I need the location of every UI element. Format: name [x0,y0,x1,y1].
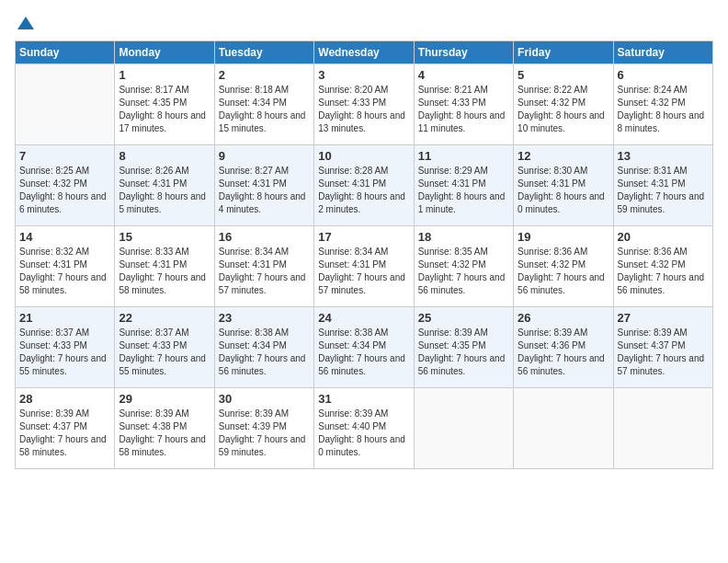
cell-sunset: Sunset: 4:37 PM [618,339,709,352]
cell-sunrise: Sunrise: 8:20 AM [318,84,409,97]
calendar-cell: 11Sunrise: 8:29 AMSunset: 4:31 PMDayligh… [414,145,513,226]
day-number: 27 [618,311,709,325]
cell-sunset: Sunset: 4:33 PM [318,97,409,109]
cell-daylight: Daylight: 7 hours and 56 minutes. [219,352,310,378]
cell-sunset: Sunset: 4:35 PM [418,339,509,352]
header-row: SundayMondayTuesdayWednesdayThursdayFrid… [16,41,713,64]
weekday-header: Thursday [414,41,513,64]
calendar-cell: 14Sunrise: 8:32 AMSunset: 4:31 PMDayligh… [16,226,115,307]
calendar-cell: 5Sunrise: 8:22 AMSunset: 4:32 PMDaylight… [514,64,613,145]
calendar-cell [613,388,712,469]
cell-daylight: Daylight: 7 hours and 58 minutes. [119,433,210,459]
calendar-cell: 18Sunrise: 8:35 AMSunset: 4:32 PMDayligh… [414,226,513,307]
cell-daylight: Daylight: 8 hours and 1 minute. [418,190,509,216]
cell-sunset: Sunset: 4:31 PM [119,259,210,271]
calendar-cell: 4Sunrise: 8:21 AMSunset: 4:33 PMDaylight… [414,64,513,145]
calendar-cell: 31Sunrise: 8:39 AMSunset: 4:40 PMDayligh… [314,388,414,469]
cell-sunrise: Sunrise: 8:37 AM [119,327,210,339]
cell-sunrise: Sunrise: 8:36 AM [518,246,609,259]
svg-marker-0 [17,17,34,29]
cell-daylight: Daylight: 8 hours and 17 minutes. [119,109,210,135]
day-number: 18 [418,230,509,244]
cell-daylight: Daylight: 8 hours and 2 minutes. [318,190,409,216]
cell-sunset: Sunset: 4:31 PM [119,178,210,190]
cell-daylight: Daylight: 7 hours and 56 minutes. [618,271,709,297]
cell-sunset: Sunset: 4:38 PM [119,420,210,433]
cell-sunrise: Sunrise: 8:17 AM [119,84,210,97]
cell-sunset: Sunset: 4:34 PM [219,339,310,352]
cell-sunset: Sunset: 4:32 PM [618,97,709,109]
cell-daylight: Daylight: 8 hours and 11 minutes. [418,109,509,135]
day-number: 15 [119,230,210,244]
day-number: 11 [418,149,509,163]
day-number: 19 [518,230,609,244]
calendar-cell: 29Sunrise: 8:39 AMSunset: 4:38 PMDayligh… [115,388,214,469]
cell-sunset: Sunset: 4:32 PM [19,178,110,190]
weekday-header: Sunday [16,41,115,64]
day-number: 30 [219,392,310,406]
day-number: 7 [19,149,110,163]
calendar-cell: 7Sunrise: 8:25 AMSunset: 4:32 PMDaylight… [16,145,115,226]
calendar-cell: 25Sunrise: 8:39 AMSunset: 4:35 PMDayligh… [414,307,513,388]
cell-sunrise: Sunrise: 8:35 AM [418,246,509,259]
cell-sunset: Sunset: 4:34 PM [219,97,310,109]
cell-sunrise: Sunrise: 8:39 AM [119,408,210,420]
cell-sunset: Sunset: 4:31 PM [518,178,609,190]
day-number: 4 [418,68,509,82]
cell-daylight: Daylight: 8 hours and 8 minutes. [618,109,709,135]
day-number: 3 [318,68,409,82]
cell-sunrise: Sunrise: 8:26 AM [119,165,210,178]
cell-sunrise: Sunrise: 8:34 AM [318,246,409,259]
calendar-cell [414,388,513,469]
cell-sunset: Sunset: 4:32 PM [518,97,609,109]
calendar-cell: 24Sunrise: 8:38 AMSunset: 4:34 PMDayligh… [314,307,414,388]
cell-daylight: Daylight: 8 hours and 10 minutes. [518,109,609,135]
weekday-header: Tuesday [214,41,313,64]
day-number: 23 [219,311,310,325]
day-number: 13 [618,149,709,163]
cell-daylight: Daylight: 7 hours and 58 minutes. [19,433,110,459]
weekday-header: Wednesday [314,41,414,64]
cell-daylight: Daylight: 7 hours and 56 minutes. [318,352,409,378]
cell-sunset: Sunset: 4:37 PM [19,420,110,433]
day-number: 12 [518,149,609,163]
day-number: 29 [119,392,210,406]
calendar-cell [514,388,613,469]
weekday-header: Monday [115,41,214,64]
cell-sunrise: Sunrise: 8:25 AM [19,165,110,178]
day-number: 16 [219,230,310,244]
day-number: 28 [19,392,110,406]
cell-sunset: Sunset: 4:31 PM [318,259,409,271]
cell-sunset: Sunset: 4:32 PM [518,259,609,271]
cell-sunrise: Sunrise: 8:39 AM [418,327,509,339]
calendar-cell: 20Sunrise: 8:36 AMSunset: 4:32 PMDayligh… [613,226,712,307]
cell-daylight: Daylight: 7 hours and 59 minutes. [618,190,709,216]
calendar-week-row: 1Sunrise: 8:17 AMSunset: 4:35 PMDaylight… [16,64,713,145]
calendar-cell: 2Sunrise: 8:18 AMSunset: 4:34 PMDaylight… [214,64,313,145]
day-number: 6 [618,68,709,82]
calendar-week-row: 7Sunrise: 8:25 AMSunset: 4:32 PMDaylight… [16,145,713,226]
cell-sunset: Sunset: 4:39 PM [219,420,310,433]
day-number: 21 [19,311,110,325]
cell-daylight: Daylight: 7 hours and 56 minutes. [518,271,609,297]
cell-daylight: Daylight: 7 hours and 58 minutes. [119,271,210,297]
calendar-cell: 3Sunrise: 8:20 AMSunset: 4:33 PMDaylight… [314,64,414,145]
cell-sunset: Sunset: 4:36 PM [518,339,609,352]
calendar-cell [16,64,115,145]
cell-daylight: Daylight: 7 hours and 58 minutes. [19,271,110,297]
day-number: 10 [318,149,409,163]
cell-sunrise: Sunrise: 8:39 AM [318,408,409,420]
day-number: 17 [318,230,409,244]
calendar-cell: 21Sunrise: 8:37 AMSunset: 4:33 PMDayligh… [16,307,115,388]
calendar-cell: 30Sunrise: 8:39 AMSunset: 4:39 PMDayligh… [214,388,313,469]
calendar-cell: 17Sunrise: 8:34 AMSunset: 4:31 PMDayligh… [314,226,414,307]
cell-sunrise: Sunrise: 8:39 AM [219,408,310,420]
calendar-week-row: 14Sunrise: 8:32 AMSunset: 4:31 PMDayligh… [16,226,713,307]
cell-daylight: Daylight: 7 hours and 56 minutes. [418,352,509,378]
calendar-cell: 23Sunrise: 8:38 AMSunset: 4:34 PMDayligh… [214,307,313,388]
cell-sunrise: Sunrise: 8:27 AM [219,165,310,178]
calendar-table: SundayMondayTuesdayWednesdayThursdayFrid… [15,40,713,469]
cell-daylight: Daylight: 7 hours and 57 minutes. [219,271,310,297]
day-number: 1 [119,68,210,82]
calendar-cell: 27Sunrise: 8:39 AMSunset: 4:37 PMDayligh… [613,307,712,388]
